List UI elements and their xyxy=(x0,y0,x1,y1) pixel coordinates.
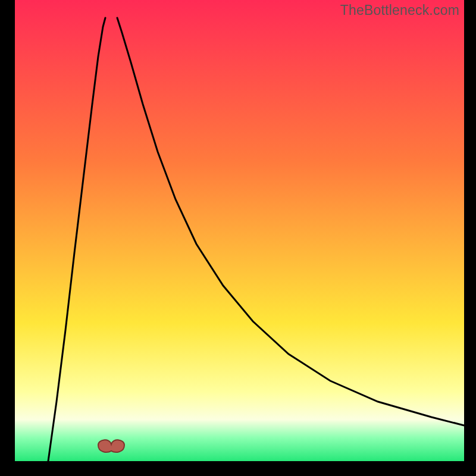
curve-right-ascent xyxy=(117,18,464,425)
watermark-text: TheBottleneck.com xyxy=(340,2,459,18)
trough-marker xyxy=(98,440,124,452)
curve-layer xyxy=(15,0,464,461)
curve-left-descent xyxy=(48,18,105,461)
chart-frame: TheBottleneck.com xyxy=(0,0,476,476)
plot-area: TheBottleneck.com xyxy=(15,0,464,461)
